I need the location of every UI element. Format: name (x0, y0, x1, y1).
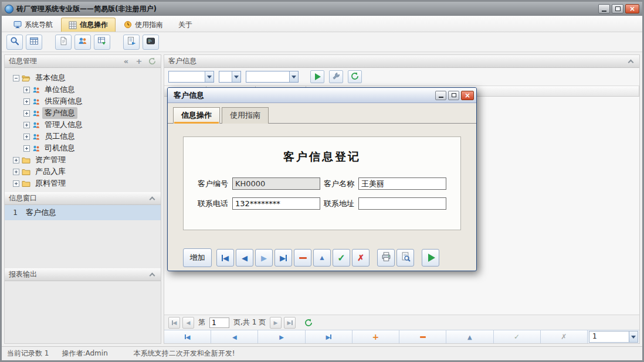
customer-info-panel-header: 客户信息 (164, 55, 639, 68)
print-preview-button[interactable] (396, 249, 414, 267)
tab-label: 信息操作 (181, 111, 212, 119)
filter-operator-select[interactable] (219, 71, 241, 83)
main-panel-title: 客户信息 (168, 56, 622, 66)
tab-system-navigation[interactable]: 系统导航 (6, 18, 60, 32)
x-icon: ✗ (357, 253, 364, 262)
run-query-button[interactable] (310, 70, 324, 83)
info-management-header: 信息管理 « + (5, 55, 161, 68)
restore-button[interactable] (612, 4, 623, 13)
collapse-panel-button[interactable] (147, 194, 157, 203)
confirm-record-button[interactable]: ✓ (494, 330, 541, 343)
last-record-button[interactable]: ▶ (306, 330, 352, 343)
customer-name-input[interactable] (358, 177, 446, 190)
table-export-button[interactable] (94, 35, 110, 50)
tree-item-basic-info[interactable]: 基本信息 (7, 72, 158, 84)
first-page-button[interactable]: ◀ (168, 317, 180, 329)
expand-toggle-icon[interactable] (13, 169, 19, 175)
expand-toggle-icon[interactable] (13, 180, 19, 187)
delete-record-button[interactable] (294, 249, 311, 267)
expand-toggle-icon[interactable] (23, 122, 30, 128)
expand-toggle-icon[interactable] (13, 157, 19, 163)
record-count-select[interactable]: 1 (589, 331, 638, 343)
console-button[interactable] (143, 35, 159, 50)
advanced-search-button[interactable] (329, 70, 343, 83)
delete-record-button[interactable] (399, 330, 446, 343)
save-record-button[interactable]: ✓ (333, 249, 350, 267)
print-button[interactable] (377, 249, 395, 267)
cancel-record-button[interactable]: ✗ (352, 249, 370, 267)
tree-item-staff-info[interactable]: 员工信息 (7, 131, 158, 142)
report-export-button[interactable] (123, 35, 140, 50)
filter-value-select[interactable] (246, 71, 299, 83)
tree-item-material-management[interactable]: 原料管理 (7, 177, 158, 189)
filter-field-select[interactable] (168, 71, 214, 83)
refresh-grid-button[interactable] (304, 318, 313, 327)
dialog-tab-usage-guide[interactable]: 使用指南 (222, 107, 269, 124)
edit-record-button[interactable]: ▲ (313, 249, 331, 267)
collapse-panel-button[interactable] (626, 57, 635, 66)
ribbon-tabbar: 系统导航 信息操作 使用指南 关于 (2, 16, 642, 32)
add-icon[interactable]: + (134, 57, 144, 66)
tab-about[interactable]: 关于 (171, 18, 199, 32)
page-number-input[interactable] (209, 317, 229, 328)
chevron-down-icon (629, 332, 638, 342)
tab-info-operation[interactable]: 信息操作 (61, 18, 116, 32)
tree-item-driver-info[interactable]: 司机信息 (7, 142, 158, 154)
next-page-button[interactable]: ▶ (270, 317, 282, 329)
grid-icon (69, 21, 77, 29)
address-input[interactable] (358, 197, 446, 210)
expand-toggle-icon[interactable] (23, 110, 30, 117)
page-label-prefix: 第 (198, 317, 205, 327)
last-page-button[interactable]: ▶ (284, 317, 296, 329)
minimize-button[interactable] (598, 4, 610, 13)
expand-toggle-icon[interactable] (23, 134, 30, 140)
refresh-button[interactable] (348, 70, 362, 83)
last-record-button[interactable]: ▶ (274, 249, 292, 267)
dialog-titlebar[interactable]: 客户信息 × (168, 88, 476, 103)
phone-input[interactable] (232, 197, 320, 210)
previous-record-button[interactable]: ◀ (236, 249, 253, 267)
tree-item-supplier-info[interactable]: 供应商信息 (7, 95, 158, 107)
tree-item-asset-management[interactable]: 资产管理 (7, 154, 158, 166)
previous-page-button[interactable]: ◀ (182, 317, 194, 329)
next-record-button[interactable]: ▶ (255, 249, 273, 267)
tab-usage-guide[interactable]: 使用指南 (117, 18, 170, 32)
run-button[interactable] (422, 249, 439, 267)
tree-item-unit-info[interactable]: 单位信息 (7, 84, 158, 95)
first-record-button[interactable]: ◀ (216, 249, 234, 267)
next-record-button[interactable]: ▶ (258, 330, 305, 343)
expand-toggle-icon[interactable] (23, 145, 30, 152)
customer-code-input[interactable] (232, 177, 320, 190)
minimize-icon (439, 97, 443, 98)
close-button[interactable]: × (625, 4, 639, 13)
collapse-left-icon[interactable]: « (121, 57, 131, 66)
tree-item-product-inbound[interactable]: 产品入库 (7, 166, 158, 177)
report-export-icon (127, 36, 136, 47)
tree-label: 员工信息 (42, 131, 77, 142)
dialog-tab-info-operation[interactable]: 信息操作 (173, 107, 220, 124)
table-view-icon (29, 36, 39, 47)
new-document-button[interactable] (55, 35, 72, 50)
collapse-panel-button[interactable] (147, 270, 157, 279)
previous-record-button[interactable]: ◀ (211, 330, 258, 343)
dialog-close-button[interactable]: × (461, 91, 474, 100)
users-button[interactable] (74, 35, 91, 50)
expand-toggle-icon[interactable] (23, 98, 30, 105)
dialog-maximize-button[interactable] (448, 91, 459, 100)
cancel-record-button[interactable]: ✗ (541, 330, 588, 343)
first-record-button[interactable]: ◀ (164, 330, 211, 343)
add-record-button[interactable]: + (352, 330, 399, 343)
tree-item-manager-info[interactable]: 管理人信息 (7, 119, 158, 131)
tree-item-customer-info[interactable]: 客户信息 (7, 107, 158, 119)
search-button[interactable] (6, 35, 23, 50)
chevron-down-icon (232, 71, 240, 82)
table-view-button[interactable] (26, 35, 42, 50)
expand-toggle-icon[interactable] (23, 87, 30, 93)
add-button[interactable]: 增加 (183, 248, 212, 267)
edit-record-button[interactable]: ▲ (446, 330, 493, 343)
refresh-icon (351, 72, 359, 82)
collapse-toggle-icon[interactable] (13, 75, 19, 81)
dialog-minimize-button[interactable] (435, 91, 446, 100)
info-window-item-customer-info[interactable]: 1 客户信息 (5, 205, 161, 220)
refresh-icon[interactable] (147, 57, 157, 66)
